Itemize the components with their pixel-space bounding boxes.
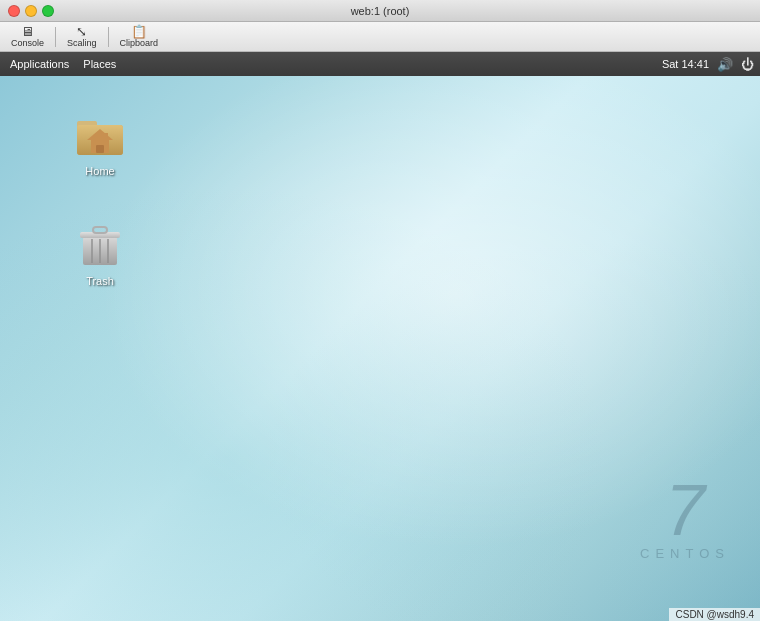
trash-icon[interactable]: Trash [60, 216, 140, 288]
clipboard-label: Clipboard [120, 38, 159, 48]
window-controls [8, 5, 54, 17]
minimize-button[interactable] [25, 5, 37, 17]
home-icon[interactable]: Home [60, 106, 140, 178]
applications-menu[interactable]: Applications [4, 54, 75, 74]
panel-left: Applications Places [4, 54, 122, 74]
console-label: Console [11, 38, 44, 48]
scaling-button[interactable]: ⤡ Scaling [62, 24, 102, 50]
console-icon: 🖥 [21, 25, 34, 38]
svg-rect-6 [104, 133, 108, 139]
toolbar: 🖥 Console ⤡ Scaling 📋 Clipboard [0, 22, 760, 52]
title-bar: web:1 (root) [0, 0, 760, 22]
desktop: Home [0, 76, 760, 621]
centos-watermark: 7 CENTOS [640, 474, 730, 561]
datetime-display: Sat 14:41 [662, 58, 709, 70]
toolbar-separator-2 [108, 27, 109, 47]
scaling-label: Scaling [67, 38, 97, 48]
volume-button[interactable]: 🔊 [717, 57, 733, 72]
svg-rect-12 [93, 227, 107, 233]
panel: Applications Places Sat 14:41 🔊 ⏻ [0, 52, 760, 76]
centos-text: CENTOS [640, 546, 730, 561]
toolbar-separator-1 [55, 27, 56, 47]
close-button[interactable] [8, 5, 20, 17]
clipboard-icon: 📋 [131, 25, 147, 38]
maximize-button[interactable] [42, 5, 54, 17]
trash-image [72, 216, 128, 272]
places-label: Places [83, 58, 116, 70]
applications-label: Applications [10, 58, 69, 70]
bottom-bar: CSDN @wsdh9.4 [669, 608, 760, 621]
console-button[interactable]: 🖥 Console [6, 24, 49, 50]
svg-rect-5 [96, 145, 104, 153]
places-menu[interactable]: Places [77, 54, 122, 74]
window-title: web:1 (root) [351, 5, 410, 17]
panel-right: Sat 14:41 🔊 ⏻ [662, 57, 754, 72]
home-folder-image [72, 106, 128, 162]
clipboard-button[interactable]: 📋 Clipboard [115, 24, 164, 50]
home-label: Home [81, 164, 118, 178]
scaling-icon: ⤡ [76, 25, 87, 38]
trash-label: Trash [82, 274, 118, 288]
centos-number: 7 [665, 474, 705, 546]
power-button[interactable]: ⏻ [741, 57, 754, 72]
bottom-bar-text: CSDN @wsdh9.4 [675, 609, 754, 620]
